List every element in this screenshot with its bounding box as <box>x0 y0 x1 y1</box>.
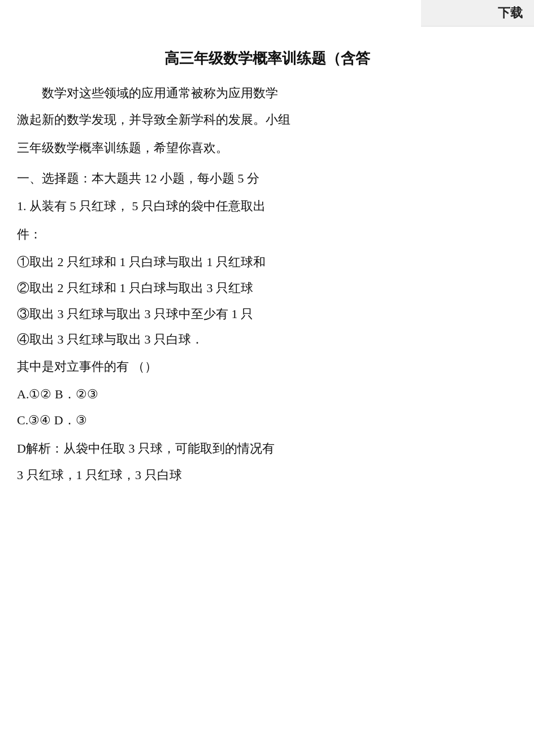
choice-ab: A.①② B．②③ <box>17 383 517 406</box>
intro-line-1: 数学对这些领域的应用通常被称为应用数学 <box>17 82 517 105</box>
mutual-event-question: 其中是对立事件的有 （） <box>17 355 517 378</box>
section1-header: 一、选择题：本大题共 12 小题，每小题 5 分 <box>17 167 517 190</box>
main-content: 高三年级数学概率训练题（含答 数学对这些领域的应用通常被称为应用数学 激起新的数… <box>0 0 534 509</box>
intro-line-2: 激起新的数学发现，并导致全新学科的发展。小组 <box>17 108 517 131</box>
sub-item-3: ③取出 3 只红球与取出 3 只球中至少有 1 只 <box>17 303 517 325</box>
analysis-line-1: D解析：从袋中任取 3 只球，可能取到的情况有 <box>17 437 517 460</box>
intro-line-3: 三年级数学概率训练题，希望你喜欢。 <box>17 137 517 159</box>
question-1: 1. 从装有 5 只红球， 5 只白球的袋中任意取出 <box>17 195 517 218</box>
sub-item-2: ②取出 2 只红球和 1 只白球与取出 3 只红球 <box>17 277 517 299</box>
choice-cd: C.③④ D．③ <box>17 409 517 432</box>
sub-item-1: ①取出 2 只红球和 1 只白球与取出 1 只红球和 <box>17 251 517 273</box>
sub-item-4: ④取出 3 只红球与取出 3 只白球． <box>17 328 517 351</box>
analysis-line-2: 3 只红球，1 只红球，3 只白球 <box>17 464 517 486</box>
question-1-cont: 件： <box>17 223 517 246</box>
document-title: 高三年级数学概率训练题（含答 <box>17 45 517 72</box>
header-download-label: 下载 <box>421 0 534 27</box>
